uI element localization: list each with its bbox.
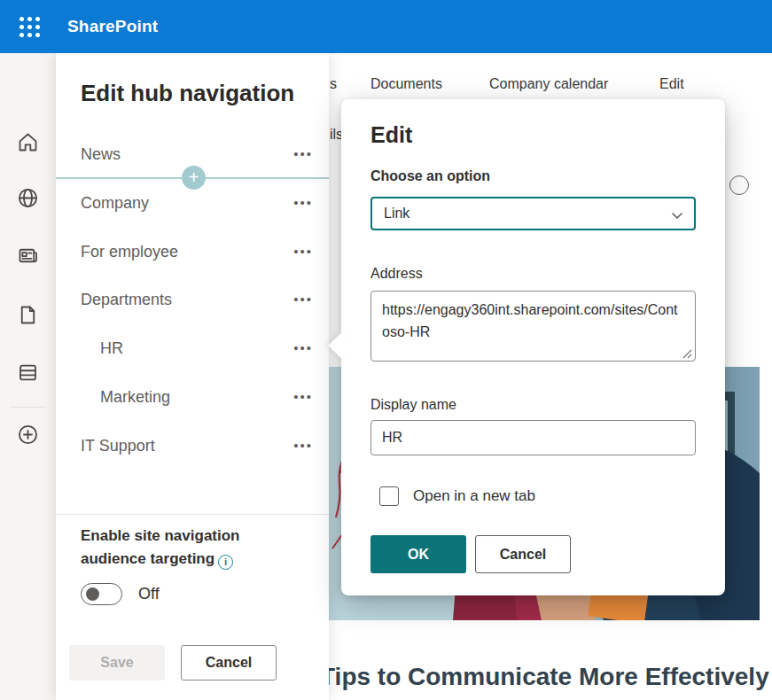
address-field-wrap: https://engagy360int.sharepoint.com/site… — [370, 291, 696, 362]
more-options-icon[interactable]: ••• — [293, 432, 313, 459]
save-button[interactable]: Save — [69, 645, 165, 681]
address-label: Address — [370, 266, 423, 282]
radio-button[interactable] — [729, 175, 749, 195]
tab-company-calendar[interactable]: Company calendar — [489, 76, 608, 92]
choose-option-label: Choose an option — [370, 168, 490, 184]
nav-item-for-employee[interactable]: For employee ••• — [56, 237, 329, 267]
home-icon[interactable] — [16, 130, 40, 154]
checkbox-unchecked-icon[interactable] — [379, 486, 399, 506]
create-site-add-icon[interactable] — [16, 423, 40, 447]
sharepoint-window: s Documents Company calendar Edit ils — [0, 0, 772, 700]
dialog-action-buttons: OK Cancel — [370, 535, 571, 573]
library-icon[interactable] — [16, 361, 40, 385]
nav-item-it-support[interactable]: IT Support ••• — [56, 431, 329, 461]
more-options-icon[interactable]: ••• — [293, 141, 313, 167]
address-textarea[interactable]: https://engagy360int.sharepoint.com/site… — [370, 291, 696, 362]
open-new-tab-row[interactable]: Open in a new tab — [379, 486, 535, 506]
app-side-rail — [0, 53, 56, 700]
nav-item-departments[interactable]: Departments ••• — [56, 284, 329, 315]
edit-hub-navigation-panel: Edit hub navigation News ••• + Company •… — [56, 53, 329, 700]
audience-targeting-label: Enable site navigation audience targetin… — [81, 525, 293, 572]
more-options-icon[interactable]: ••• — [293, 190, 313, 216]
display-name-input[interactable] — [370, 420, 696, 455]
clipped-tab-fragment: s — [330, 76, 337, 92]
dialog-title: Edit — [370, 122, 412, 148]
suite-bar: SharePoint — [0, 0, 772, 53]
sharepoint-logo-text[interactable]: SharePoint — [67, 17, 158, 36]
nav-item-hr[interactable]: HR ••• — [56, 333, 329, 363]
globe-icon[interactable] — [16, 186, 40, 210]
document-icon[interactable] — [16, 303, 40, 327]
audience-targeting-toggle-row: Off — [81, 583, 160, 605]
ok-button[interactable]: OK — [370, 535, 466, 573]
tab-documents[interactable]: Documents — [370, 76, 442, 92]
more-options-icon[interactable]: ••• — [293, 384, 313, 410]
link-type-dropdown[interactable]: Link — [370, 197, 696, 230]
dropdown-selected-value: Link — [384, 206, 409, 222]
edit-link-dialog: Edit Choose an option Link Address https… — [341, 99, 725, 595]
toggle-knob — [86, 587, 99, 601]
panel-divider — [56, 514, 329, 515]
insert-link-indicator: + — [56, 177, 329, 179]
nav-item-marketing[interactable]: Marketing ••• — [56, 382, 329, 412]
app-launcher-waffle-icon[interactable] — [16, 13, 43, 40]
add-link-button[interactable]: + — [182, 166, 206, 190]
display-name-label: Display name — [370, 397, 456, 413]
news-article-title[interactable]: Tips to Communicate More Effectively — [329, 663, 769, 691]
chevron-down-icon — [671, 209, 683, 222]
news-icon[interactable] — [16, 244, 40, 268]
nav-item-news[interactable]: News ••• — [56, 139, 329, 169]
more-options-icon[interactable]: ••• — [293, 335, 313, 362]
panel-action-buttons: Save Cancel — [69, 645, 277, 681]
panel-title: Edit hub navigation — [81, 80, 294, 107]
checkbox-label: Open in a new tab — [413, 487, 535, 505]
panel-cancel-button[interactable]: Cancel — [181, 645, 277, 681]
tab-edit[interactable]: Edit — [659, 76, 684, 92]
dialog-cancel-button[interactable]: Cancel — [475, 535, 571, 573]
rail-divider — [11, 407, 45, 408]
more-options-icon[interactable]: ••• — [293, 286, 313, 313]
nav-item-company[interactable]: Company ••• — [56, 188, 329, 218]
more-options-icon[interactable]: ••• — [293, 238, 313, 265]
toggle-state-label: Off — [138, 585, 160, 603]
info-icon[interactable]: i — [218, 555, 233, 570]
audience-targeting-toggle[interactable] — [81, 583, 122, 605]
